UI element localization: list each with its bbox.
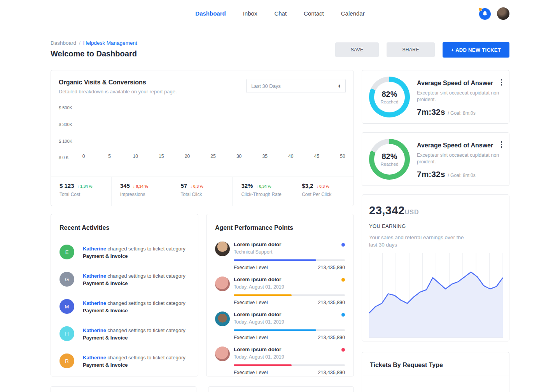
agent-name: Lorem ipsum dolor — [234, 312, 284, 317]
x-axis-label: 25 — [210, 154, 215, 159]
organic-bar-chart: $ 500K$ 300K$ 100K$ 0 K 0510152025303540… — [59, 106, 346, 161]
bell-icon — [482, 11, 488, 17]
speed-of-answer-card-2: 82% Reached Average Speed of Answer Exce… — [362, 132, 509, 186]
earnings-label: YOU EARNING — [369, 223, 502, 229]
agent-avatar — [215, 276, 230, 291]
activity-item: MKatherine changed settings to ticket ca… — [60, 299, 189, 314]
nav-item-inbox[interactable]: Inbox — [243, 10, 257, 17]
speed-card-title: Average Speed of Answer — [417, 142, 500, 149]
recent-activities-card: Recent Activities EKatherine changed set… — [51, 214, 198, 376]
activity-target: Payment & Invoice — [83, 253, 128, 259]
stat-label: Total Click — [181, 192, 233, 197]
x-axis-label: 35 — [262, 154, 268, 159]
save-button[interactable]: SAVE — [335, 42, 379, 57]
speed-time: 7m:32s — [417, 107, 445, 117]
notifications-button[interactable] — [479, 7, 492, 20]
agent-performance-card: Agent Performance Points Lorem ipsum dol… — [206, 214, 354, 376]
agent-avatar — [215, 346, 230, 361]
breadcrumb: Dashboard/Helpdesk Management — [51, 40, 137, 46]
organic-stats-row: $ 123↑ 1,34 %Total Cost345↓ 0,34 %Impres… — [51, 177, 354, 206]
stat-value: $ 123 — [60, 182, 74, 189]
activity-item: EKatherine changed settings to ticket ca… — [60, 245, 189, 260]
activity-text: Katherine changed settings to ticket cat… — [83, 245, 186, 260]
activity-avatar: H — [60, 326, 74, 341]
earnings-amount: 23,342 — [369, 204, 405, 217]
speed-goal: / Goal: 8m:0s — [448, 110, 475, 116]
user-avatar[interactable] — [497, 7, 509, 20]
agent-level: Executive Level — [234, 265, 268, 270]
earnings-line-chart — [369, 253, 502, 340]
agent-row: Lorem ipsum dolorTechnical SupportExecut… — [215, 242, 345, 270]
breadcrumb-current[interactable]: Helpdesk Management — [83, 40, 137, 46]
agent-list: Lorem ipsum dolorTechnical SupportExecut… — [215, 242, 345, 375]
stat-label: Cost Per Click — [302, 192, 354, 197]
speed-card-title: Average Speed of Answer — [417, 80, 500, 87]
x-axis-label: 30 — [236, 154, 242, 159]
agent-progress-bar — [234, 329, 345, 331]
agent-points: 213,435,890 — [318, 335, 345, 340]
notification-dot — [478, 7, 482, 11]
delta-up: ↑ 1,34 % — [77, 184, 93, 189]
stat-cell: $3,2↓ 0,3 %Cost Per Click — [293, 177, 354, 206]
stat-cell: 57↓ 0,3 %Total Click — [172, 177, 233, 206]
stat-value: 32% — [241, 182, 253, 189]
agent-points: 213,435,890 — [318, 370, 345, 375]
activity-actor[interactable]: Katherine — [83, 273, 106, 279]
agent-level: Executive Level — [234, 335, 268, 340]
speed-card-desc: Excepteur sint occaecat cupidatat non pr… — [417, 152, 500, 165]
organic-visits-card: Organic Visits & Conversions Detailed br… — [51, 70, 354, 206]
recent-activities-title: Recent Activities — [60, 224, 189, 231]
agent-avatar — [215, 312, 230, 326]
x-axis-label: 45 — [314, 154, 319, 159]
activity-item: RKatherine changed settings to ticket ca… — [60, 354, 189, 369]
tickets-by-request-type-card: Tickets By Request Type — [362, 352, 509, 392]
activity-actor[interactable]: Katherine — [83, 246, 106, 252]
share-button[interactable]: SHARE — [387, 42, 434, 57]
kebab-menu-icon[interactable] — [500, 140, 503, 149]
donut-reached-label: Reached — [380, 162, 398, 166]
activity-actor[interactable]: Katherine — [83, 300, 106, 306]
organic-subtitle: Detailed breakdown is available on your … — [59, 89, 177, 94]
select-updown-icon: ▲▼ — [338, 84, 341, 88]
cutoff-card-left — [51, 386, 196, 392]
activity-target: Payment & Invoice — [83, 308, 128, 313]
nav-item-calendar[interactable]: Calendar — [341, 10, 365, 17]
activity-text: Katherine changed settings to ticket cat… — [83, 354, 186, 369]
stat-value: 57 — [181, 182, 187, 189]
speed-time: 7m:32s — [417, 170, 445, 179]
activity-actor[interactable]: Katherine — [83, 355, 106, 360]
breadcrumb-home[interactable]: Dashboard — [51, 40, 76, 46]
x-axis-label: 10 — [133, 154, 138, 159]
earnings-desc: Your sales and referral earnings over th… — [369, 234, 466, 248]
main-nav: DashboardInboxChatContactCalendar — [0, 10, 560, 17]
agent-avatar — [215, 242, 230, 256]
activity-actor[interactable]: Katherine — [83, 327, 106, 333]
delta-down: ↓ 0,3 % — [190, 184, 203, 189]
nav-item-dashboard[interactable]: Dashboard — [195, 10, 226, 17]
nav-item-chat[interactable]: Chat — [274, 10, 287, 17]
donut-percent: 82% — [382, 90, 397, 99]
agent-progress-bar — [234, 364, 345, 366]
stat-value: $3,2 — [302, 182, 313, 189]
agent-name: Lorem ipsum dolor — [234, 242, 281, 247]
speed-goal: / Goal: 8m:0s — [448, 173, 475, 178]
stat-label: Impressions — [120, 192, 172, 197]
bar-chart-plot: 05101520253035404550 — [84, 106, 343, 150]
bar-chart-y-axis: $ 500K$ 300K$ 100K$ 0 K — [59, 106, 79, 150]
agent-points: 213,435,890 — [318, 265, 345, 270]
y-axis-label: $ 0 K — [59, 155, 69, 160]
activity-avatar: G — [60, 272, 74, 287]
activity-item: GKatherine changed settings to ticket ca… — [60, 272, 189, 287]
activity-avatar: R — [60, 354, 74, 368]
agent-name: Lorem ipsum dolor — [234, 276, 284, 282]
activity-target: Payment & Invoice — [83, 280, 128, 286]
agent-points: 213,435,890 — [318, 300, 345, 305]
x-axis-label: 20 — [185, 154, 190, 159]
stat-cell: 32%↑ 0,34 %Click-Through Rate — [232, 177, 293, 206]
kebab-menu-icon[interactable] — [500, 78, 503, 86]
add-new-ticket-button[interactable]: + ADD NEW TICKET — [443, 42, 509, 58]
date-range-select[interactable]: Last 30 Days ▲▼ — [246, 79, 346, 93]
delta-down: ↓ 0,3 % — [316, 184, 329, 189]
agent-row: Lorem ipsum dolorToday, August 01, 2019E… — [215, 312, 345, 340]
nav-item-contact[interactable]: Contact — [304, 10, 324, 17]
